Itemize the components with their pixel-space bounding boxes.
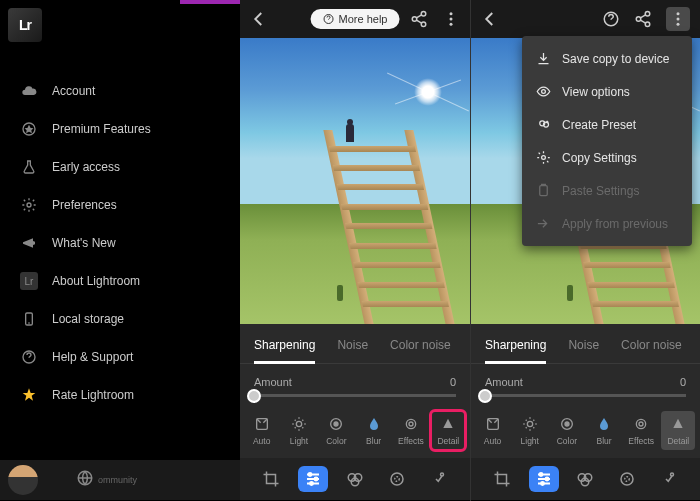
crop-tool-icon[interactable] [487,466,517,492]
tool-color[interactable]: Color [550,411,584,450]
menu-item-rate[interactable]: Rate Lightroom [8,376,232,414]
lightroom-logo: Lr [8,8,42,42]
menu-paste-settings: Paste Settings [522,174,692,207]
svg-point-14 [296,421,301,426]
person-silhouette [346,124,354,142]
svg-point-7 [421,12,426,17]
slider-value: 0 [450,376,456,388]
slider-thumb[interactable] [247,389,261,403]
amount-slider[interactable]: Amount0 [471,364,700,403]
svg-point-33 [677,18,680,21]
effects-icon [632,415,650,433]
svg-point-8 [412,17,417,22]
lr-icon: Lr [20,272,38,290]
menu-item-early-access[interactable]: Early access [8,148,232,186]
tab-color-noise[interactable]: Color noise [390,332,451,363]
heal-tool-icon[interactable] [424,466,454,492]
bottom-nav: ommunity [0,460,240,500]
svg-point-47 [545,478,548,481]
tool-detail[interactable]: Detail [661,411,695,450]
more-help-pill[interactable]: More help [311,9,400,29]
mode-tools [471,458,700,500]
menu-label: Early access [52,160,120,174]
svg-point-21 [310,482,313,485]
more-icon[interactable] [666,7,690,31]
mask-tool-icon[interactable] [382,466,412,492]
menu-item-help[interactable]: Help & Support [8,338,232,376]
context-menu: Save copy to device View options Create … [522,36,692,246]
light-icon [290,415,308,433]
menu-item-premium[interactable]: Premium Features [8,110,232,148]
menu-item-preferences[interactable]: Preferences [8,186,232,224]
tool-color[interactable]: Color [319,411,353,450]
svg-point-16 [334,422,338,426]
menu-view-options[interactable]: View options [522,75,692,108]
tool-effects[interactable]: Effects [624,411,658,450]
globe-icon[interactable] [76,469,94,491]
menu-item-storage[interactable]: Local storage [8,300,232,338]
back-icon[interactable] [250,10,268,28]
photo-preview[interactable] [240,38,470,324]
tool-light[interactable]: Light [513,411,547,450]
tool-light[interactable]: Light [282,411,316,450]
svg-point-44 [637,419,646,428]
svg-point-48 [541,482,544,485]
tab-color-noise[interactable]: Color noise [621,332,682,363]
menu-item-whats-new[interactable]: What's New [8,224,232,262]
svg-point-38 [542,156,546,160]
svg-point-54 [671,473,674,476]
presets-tool-icon[interactable] [570,466,600,492]
tool-detail[interactable]: Detail [431,411,465,450]
tab-noise[interactable]: Noise [568,332,599,363]
menu-item-account[interactable]: Account [8,72,232,110]
auto-icon [253,415,271,433]
tab-sharpening[interactable]: Sharpening [485,332,546,363]
menu-create-preset[interactable]: Create Preset [522,108,692,141]
svg-point-29 [645,12,650,17]
heal-tool-icon[interactable] [654,466,684,492]
editor-panel-2: Save copy to device View options Create … [471,0,700,500]
presets-tool-icon[interactable] [340,466,370,492]
amount-slider[interactable]: Amount0 [240,364,470,403]
detail-icon [669,415,687,433]
menu-apply-previous: Apply from previous [522,207,692,240]
svg-point-46 [539,473,542,476]
tool-effects[interactable]: Effects [394,411,428,450]
menu-item-about[interactable]: Lr About Lightroom [8,262,232,300]
share-icon[interactable] [634,10,652,28]
tool-auto[interactable]: Auto [245,411,279,450]
more-icon[interactable] [442,10,460,28]
svg-point-9 [421,22,426,27]
effects-icon [402,415,420,433]
share-icon[interactable] [410,10,428,28]
help-icon[interactable] [602,10,620,28]
sliders-tool-icon[interactable] [298,466,328,492]
menu-copy-settings[interactable]: Copy Settings [522,141,692,174]
auto-icon [484,415,502,433]
tool-auto[interactable]: Auto [476,411,510,450]
tool-blur[interactable]: Blur [587,411,621,450]
tool-blur[interactable]: Blur [357,411,391,450]
svg-point-17 [406,419,415,428]
slider-thumb[interactable] [478,389,492,403]
svg-point-19 [309,473,312,476]
avatar[interactable] [8,465,38,495]
crop-tool-icon[interactable] [256,466,286,492]
menu-label: Help & Support [52,350,133,364]
star-icon [20,386,38,404]
svg-point-52 [621,473,633,485]
sliders-tool-icon[interactable] [529,466,559,492]
menu-label: Rate Lightroom [52,388,134,402]
bottle [337,285,343,301]
tab-sharpening[interactable]: Sharpening [254,332,315,363]
cloud-icon [20,82,38,100]
help-icon [20,348,38,366]
tab-noise[interactable]: Noise [337,332,368,363]
back-icon[interactable] [481,10,499,28]
svg-point-26 [395,477,400,482]
svg-rect-39 [540,186,548,196]
menu-save-copy[interactable]: Save copy to device [522,42,692,75]
svg-point-34 [677,23,680,26]
svg-point-20 [315,478,318,481]
mask-tool-icon[interactable] [612,466,642,492]
